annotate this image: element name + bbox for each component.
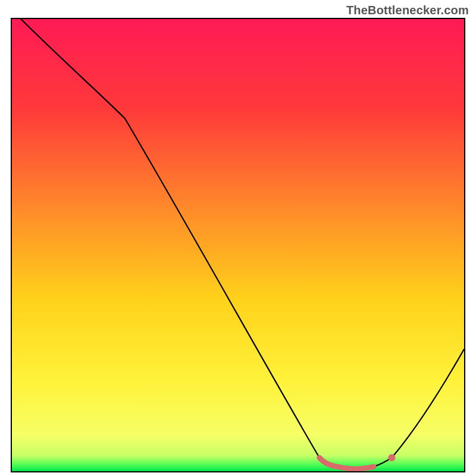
- watermark-text: TheBottlenecker.com: [346, 4, 469, 17]
- highlight-curve: [320, 458, 374, 469]
- highlight-end-dot: [388, 454, 395, 461]
- plot-area: [11, 18, 465, 472]
- chart-container: TheBottlenecker.com: [0, 0, 476, 476]
- main-curve: [21, 19, 464, 469]
- curve-overlay: [12, 19, 464, 471]
